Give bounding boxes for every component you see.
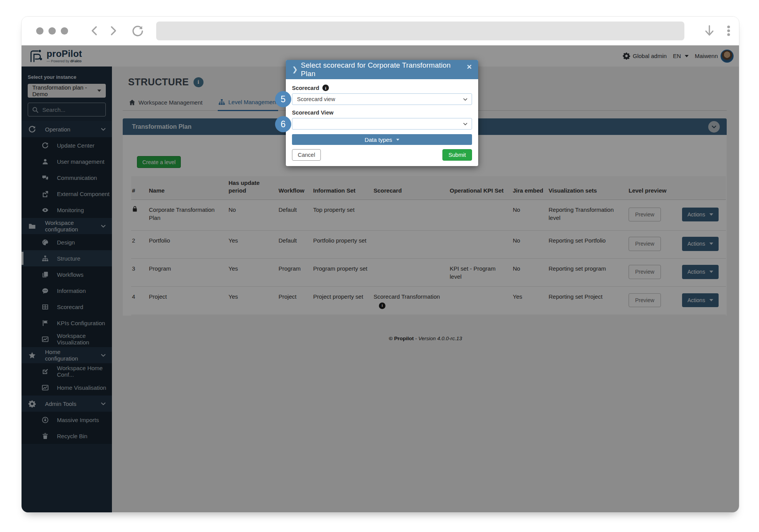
annotation-badge-6: 6 bbox=[275, 116, 291, 132]
chevron-down-icon bbox=[463, 121, 468, 126]
modal-header: ❯ Select scorecard for Corporate Transfo… bbox=[286, 60, 478, 79]
kebab-menu-icon[interactable] bbox=[723, 24, 734, 37]
modal-title: Select scorecard for Corporate Transform… bbox=[301, 61, 464, 78]
download-icon[interactable] bbox=[703, 24, 716, 37]
page: proPilot — Powered by dFakto Global admi… bbox=[0, 0, 759, 532]
cancel-button[interactable]: Cancel bbox=[292, 149, 321, 161]
chevron-down-icon bbox=[463, 97, 468, 102]
chevron-down-icon bbox=[396, 139, 399, 141]
select-scorecard-modal: 5 6 ❯ Select scorecard for Corporate Tra… bbox=[286, 60, 478, 166]
window-controls[interactable] bbox=[36, 27, 68, 35]
browser-window: proPilot — Powered by dFakto Global admi… bbox=[21, 16, 739, 513]
back-icon[interactable] bbox=[89, 25, 100, 37]
chevron-right-icon: ❯ bbox=[292, 65, 298, 74]
close-icon[interactable]: ✕ bbox=[464, 62, 473, 73]
window-control-dot[interactable] bbox=[48, 27, 56, 35]
submit-button[interactable]: Submit bbox=[442, 149, 472, 161]
address-bar[interactable] bbox=[156, 22, 684, 40]
info-icon[interactable]: i bbox=[322, 85, 329, 91]
annotation-badge-5: 5 bbox=[275, 91, 291, 107]
refresh-icon[interactable] bbox=[131, 25, 144, 38]
data-types-button[interactable]: Data types bbox=[292, 134, 472, 145]
window-control-dot[interactable] bbox=[36, 27, 43, 35]
browser-chrome bbox=[22, 17, 739, 45]
scorecard-view-label: Scorecard View bbox=[292, 110, 472, 116]
scorecard-select[interactable]: Scorecard view bbox=[292, 93, 472, 105]
window-control-dot[interactable] bbox=[61, 27, 68, 35]
scorecard-view-select[interactable] bbox=[292, 118, 472, 130]
forward-icon[interactable] bbox=[107, 25, 119, 37]
scorecard-label: Scorecard i bbox=[292, 85, 472, 91]
